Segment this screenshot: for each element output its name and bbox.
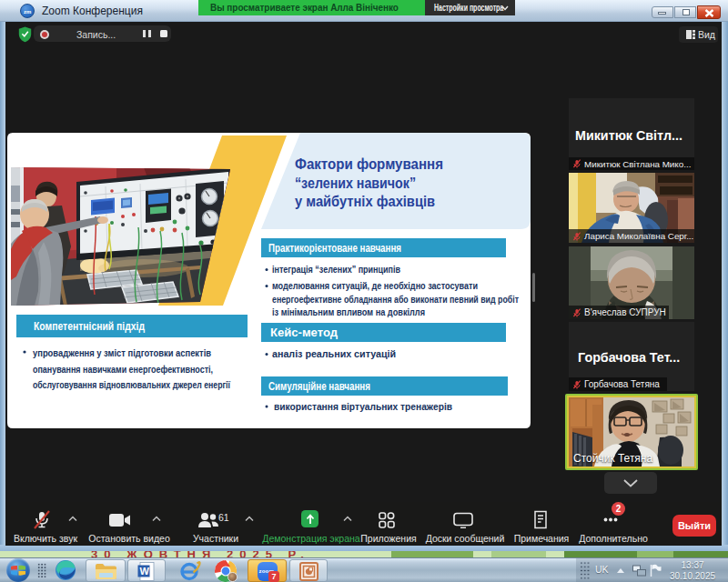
svg-text:моделювання ситуацій, де необх: моделювання ситуацій, де необхідно засто… — [272, 280, 478, 291]
svg-text:інтеграція “зелених” принципів: інтеграція “зелених” принципів — [272, 264, 400, 275]
svg-text:використання віртуальних трена: використання віртуальних тренажерів — [274, 401, 452, 412]
svg-text:Кейс-метод: Кейс-метод — [270, 326, 338, 339]
svg-text:Компетентнісний підхід: Компетентнісний підхід — [34, 319, 146, 333]
svg-text:обслуговування відновлювальних: обслуговування відновлювальних джерел ен… — [33, 379, 231, 390]
svg-text:упровадження у зміст підгото: упровадження у зміст підготовки аспектів — [33, 347, 211, 358]
svg-text:опанування навичками енергоефе: опанування навичками енергоефективності, — [33, 364, 213, 375]
svg-text:аналіз реальних ситуацій: аналіз реальних ситуацій — [272, 348, 396, 359]
svg-text:Фактори формування: Фактори формування — [295, 156, 443, 172]
svg-text:W: W — [140, 566, 150, 577]
svg-text:“зелених навичок”: “зелених навичок” — [295, 175, 416, 191]
svg-text:Практикорієнтоване навчання: Практикорієнтоване навчання — [268, 242, 401, 255]
svg-text:із мінімальним впливом на довк: із мінімальним впливом на довкілля — [272, 306, 425, 317]
svg-text:Симуляційне навчання: Симуляційне навчання — [268, 380, 370, 393]
svg-text:енергоефективне обладнання або: енергоефективне обладнання або виконати … — [272, 294, 519, 305]
svg-text:у майбутніх фахівців: у майбутніх фахівців — [295, 193, 435, 209]
